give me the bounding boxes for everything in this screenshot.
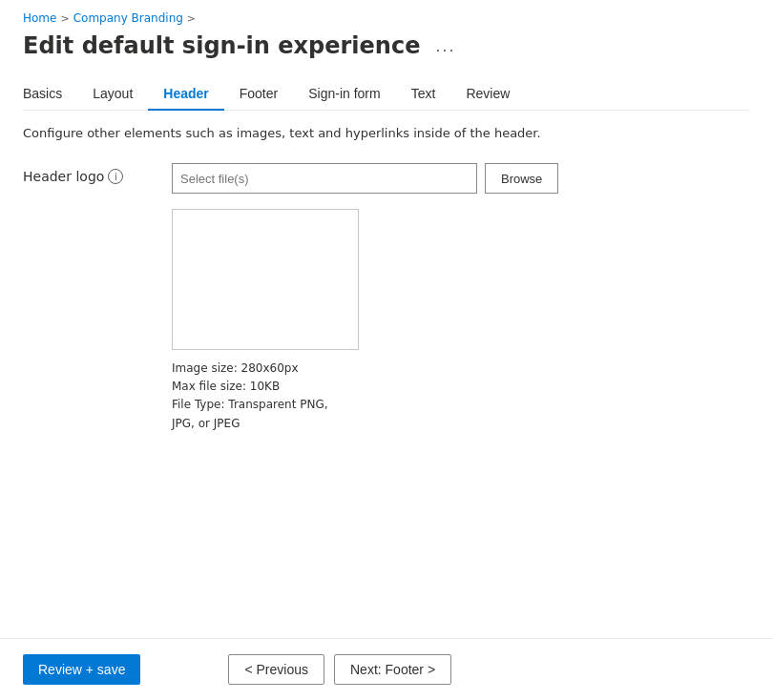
more-options-button[interactable]: ... <box>429 34 461 58</box>
tab-description: Configure other elements such as images,… <box>23 126 750 140</box>
breadcrumb: Home > Company Branding > <box>23 11 750 25</box>
next-button[interactable]: Next: Footer > <box>334 654 451 685</box>
image-info-filetype2: JPG, or JPEG <box>172 415 750 433</box>
browse-button[interactable]: Browse <box>485 163 558 194</box>
tab-review[interactable]: Review <box>450 78 525 111</box>
breadcrumb-home[interactable]: Home <box>23 11 56 25</box>
breadcrumb-company-branding[interactable]: Company Branding <box>73 11 183 25</box>
image-info: Image size: 280x60px Max file size: 10KB… <box>172 360 750 433</box>
tab-footer[interactable]: Footer <box>224 78 293 111</box>
tabs-nav: Basics Layout Header Footer Sign-in form… <box>23 78 750 111</box>
page-wrapper: Home > Company Branding > Edit default s… <box>0 0 773 700</box>
header-logo-label: Header logo i <box>23 163 157 184</box>
file-input-group: Browse <box>172 163 558 194</box>
file-input[interactable] <box>172 163 477 194</box>
tab-text[interactable]: Text <box>396 78 451 111</box>
page-title: Edit default sign-in experience <box>23 32 420 59</box>
breadcrumb-sep-1: > <box>60 12 69 25</box>
header-logo-row: Header logo i Browse <box>23 163 750 194</box>
footer-bar: Review + save < Previous Next: Footer > <box>0 638 773 700</box>
page-title-row: Edit default sign-in experience ... <box>23 32 750 59</box>
image-info-filesize: Max file size: 10KB <box>172 378 750 396</box>
previous-button[interactable]: < Previous <box>228 654 324 685</box>
main-content: Home > Company Branding > Edit default s… <box>0 0 773 638</box>
tab-basics[interactable]: Basics <box>23 78 77 111</box>
image-preview-box <box>172 209 359 350</box>
tab-signin-form[interactable]: Sign-in form <box>293 78 395 111</box>
info-icon[interactable]: i <box>108 169 123 184</box>
image-info-size: Image size: 280x60px <box>172 360 750 378</box>
tab-header[interactable]: Header <box>148 78 223 111</box>
review-save-button[interactable]: Review + save <box>23 654 140 685</box>
tab-layout[interactable]: Layout <box>77 78 148 111</box>
image-preview-container: Image size: 280x60px Max file size: 10KB… <box>172 209 750 433</box>
image-info-filetype1: File Type: Transparent PNG, <box>172 396 750 414</box>
breadcrumb-sep-2: > <box>187 12 196 25</box>
